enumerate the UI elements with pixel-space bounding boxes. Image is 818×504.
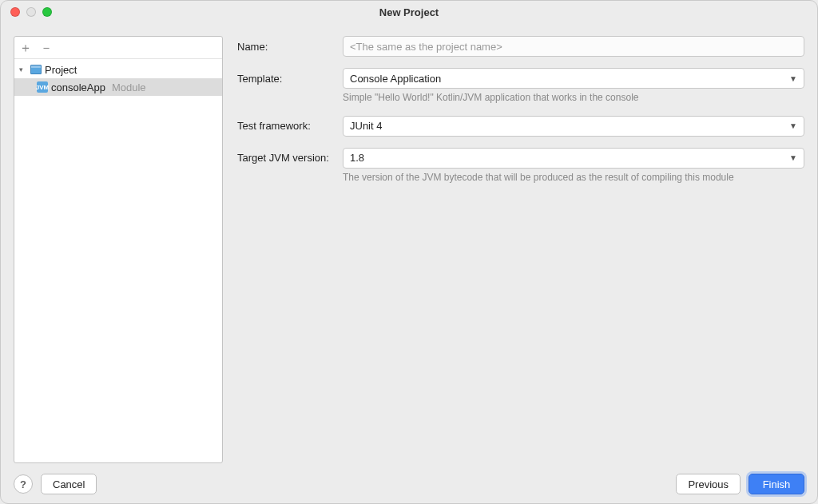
row-jvm: Target JVM version: 1.8 ▼ [237,148,804,169]
tree-row-project[interactable]: ▾ Project [14,61,222,78]
testfw-value: JUnit 4 [350,120,382,132]
label-name: Name: [237,41,343,53]
minimize-icon [26,7,36,17]
titlebar: New Project [1,1,817,23]
tree-row-module[interactable]: JVM consoleApp Module [14,78,222,96]
tree-module-tag: Module [112,81,146,93]
tree-toolbar: ＋ － [14,37,222,59]
chevron-down-icon: ▼ [789,121,797,130]
dialog-content: ＋ － ▾ Project JVM consoleApp Module Name… [1,23,817,463]
row-name: Name: <The same as the project name> [237,36,804,57]
testfw-select[interactable]: JUnit 4 ▼ [343,116,804,137]
chevron-down-icon[interactable]: ▾ [19,65,27,73]
label-template: Template: [237,73,343,85]
jvm-select[interactable]: 1.8 ▼ [343,148,804,169]
label-jvm: Target JVM version: [237,152,343,164]
row-template: Template: Console Application ▼ [237,68,804,89]
chevron-down-icon: ▼ [789,153,797,162]
project-tree-panel: ＋ － ▾ Project JVM consoleApp Module [14,36,223,463]
add-button[interactable]: ＋ [19,42,32,54]
tree-project-label: Project [45,64,77,76]
project-icon [30,65,42,74]
help-button[interactable]: ? [14,474,33,494]
zoom-icon[interactable] [42,7,52,17]
remove-button[interactable]: － [40,42,53,54]
row-testfw: Test framework: JUnit 4 ▼ [237,116,804,137]
chevron-down-icon: ▼ [789,74,797,83]
label-testfw: Test framework: [237,120,343,132]
project-tree[interactable]: ▾ Project JVM consoleApp Module [14,59,222,462]
name-placeholder: <The same as the project name> [350,41,502,53]
form-panel: Name: <The same as the project name> Tem… [237,36,804,463]
tree-module-name: consoleApp [51,81,105,93]
previous-button[interactable]: Previous [676,474,741,494]
window-title: New Project [1,6,817,18]
template-value: Console Application [350,73,441,85]
finish-button[interactable]: Finish [749,474,804,494]
jvm-value: 1.8 [350,152,364,164]
close-icon[interactable] [10,7,20,17]
button-bar: ? Cancel Previous Finish [1,463,817,504]
jvm-hint: The version of the JVM bytecode that wil… [343,172,804,185]
window-controls [1,7,52,17]
template-select[interactable]: Console Application ▼ [343,68,804,89]
module-icon: JVM [37,81,48,93]
template-hint: Simple "Hello World!" Kotlin/JVM applica… [343,92,804,105]
name-field[interactable]: <The same as the project name> [343,36,804,57]
cancel-button[interactable]: Cancel [41,474,97,494]
